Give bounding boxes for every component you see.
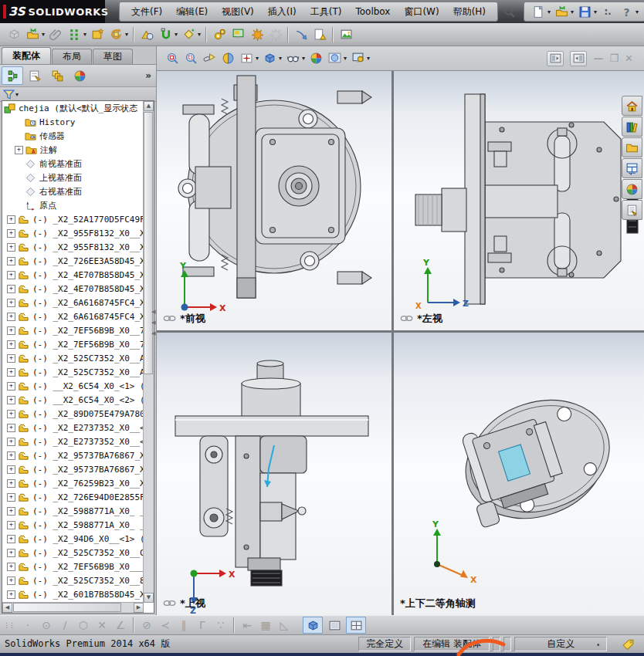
- tag-icon[interactable]: [622, 637, 635, 651]
- tree-item-前视基准面[interactable]: 前视基准面: [2, 157, 144, 171]
- display-style-button[interactable]: [260, 49, 279, 68]
- tree-component-10[interactable]: +(-) _X2_525C7352_X0__A.: [2, 351, 144, 365]
- menu-工具(T)[interactable]: 工具(T): [303, 4, 349, 20]
- tree-component-27[interactable]: +(-) _X2_601B7B858D45_X0: [2, 587, 144, 601]
- tree-component-24[interactable]: +(-) _X2_525C7352_X0__C.: [2, 546, 144, 560]
- tree-component-5[interactable]: +(-) _X2_4E707B858D45_X0: [2, 282, 144, 296]
- tree-item-传感器[interactable]: 传感器: [2, 129, 144, 143]
- filter-funnel-icon[interactable]: [2, 88, 15, 101]
- options-button[interactable]: :.: [598, 2, 617, 21]
- expand-toggle[interactable]: +: [7, 549, 15, 557]
- scroll-left-button[interactable]: ◀: [2, 603, 12, 613]
- dropdown-arrow[interactable]: ▾: [302, 55, 305, 62]
- interference-detection-button[interactable]: [292, 25, 310, 44]
- dropdown-arrow[interactable]: ▾: [83, 31, 86, 38]
- open-file-button[interactable]: [552, 2, 571, 21]
- expand-toggle[interactable]: +: [7, 271, 15, 279]
- menu-视图(V)[interactable]: 视图(V): [215, 4, 261, 20]
- dropdown-arrow[interactable]: ▾: [256, 55, 259, 62]
- next-pane-button[interactable]: [570, 51, 587, 66]
- assembly-features-button[interactable]: [229, 25, 247, 44]
- tree-component-25[interactable]: +(-) _X2_7EF56B9B_X0___x: [2, 560, 144, 573]
- expand-toggle[interactable]: +: [7, 229, 15, 238]
- menu-Toolbox[interactable]: Toolbox: [348, 5, 397, 19]
- four-view-button[interactable]: [346, 617, 366, 634]
- viewport-left[interactable]: Y Z X *左视: [394, 71, 644, 330]
- tree-item-右视基准面[interactable]: 右视基准面: [2, 184, 144, 198]
- tree-component-4[interactable]: +(-) _X2_4E707B858D45_X0: [2, 268, 144, 282]
- expand-toggle[interactable]: +: [7, 465, 15, 474]
- tree-item-原点[interactable]: 原点: [2, 198, 144, 212]
- assemblyxpert-button[interactable]: [310, 25, 329, 44]
- viewport-top[interactable]: X Z *上视: [157, 333, 391, 615]
- viewport-front[interactable]: Y X *前视: [157, 71, 391, 330]
- feature-manager-tab[interactable]: [2, 66, 23, 85]
- viewport-isometric[interactable]: Y X *上下二等角轴测: [394, 333, 644, 615]
- component-preview-button[interactable]: [88, 25, 107, 44]
- scroll-right-button[interactable]: ▶: [134, 603, 144, 613]
- expand-toggle[interactable]: +: [7, 590, 15, 599]
- tree-component-2[interactable]: +(-) _X2_955F8132_X0__X2: [2, 240, 144, 254]
- dropdown-arrow[interactable]: ▾: [547, 8, 551, 15]
- home-tab[interactable]: [622, 96, 642, 116]
- expand-toggle[interactable]: +: [7, 382, 15, 391]
- move-component-button[interactable]: [65, 25, 83, 44]
- appearances-scenes-tab[interactable]: [622, 179, 642, 199]
- tree-item-History[interactable]: History: [2, 115, 144, 129]
- expand-toggle[interactable]: +: [7, 479, 15, 488]
- magnified-selection-button[interactable]: [200, 49, 219, 68]
- menu-插入(I)[interactable]: 插入(I): [261, 4, 303, 20]
- tree-component-21[interactable]: +(-) _X2_5988771A_X0_ _0: [2, 504, 144, 518]
- tree-component-17[interactable]: +(-) _X2_95737BA76867_X0: [2, 448, 144, 462]
- status-dropdown-arrow[interactable]: ▴: [596, 641, 600, 648]
- toolbar-grip[interactable]: ⋮⋮: [3, 621, 14, 629]
- tree-horizontal-scrollbar[interactable]: ◀ ▶: [2, 602, 144, 613]
- tree-item-注解[interactable]: +A注解: [2, 143, 144, 157]
- tree-component-3[interactable]: +(-) _X2_726EE3A58D45_X0: [2, 254, 144, 268]
- smart-fasteners-button[interactable]: [179, 25, 198, 44]
- dropdown-arrow[interactable]: ▾: [594, 8, 597, 15]
- view-settings-button[interactable]: [348, 49, 367, 68]
- zoom-to-area-button[interactable]: [181, 49, 200, 68]
- tree-component-8[interactable]: +(-) _X2_7EF56B9B_X0__70: [2, 323, 144, 337]
- scroll-up-button[interactable]: ▲: [144, 101, 154, 111]
- single-view-button[interactable]: [324, 617, 344, 634]
- panel-more-chevron[interactable]: »: [145, 70, 151, 81]
- view-palette-tab[interactable]: [622, 158, 642, 178]
- menu-编辑(E)[interactable]: 编辑(E): [169, 4, 215, 20]
- help-button[interactable]: ?: [617, 2, 636, 21]
- expand-toggle[interactable]: +: [7, 410, 15, 418]
- tab-布局[interactable]: 布局: [52, 49, 92, 64]
- expand-toggle[interactable]: +: [7, 535, 15, 543]
- tree-root[interactable]: chejia (默认<默认_显示状态: [2, 101, 144, 115]
- scroll-down-button[interactable]: ▼: [144, 593, 154, 603]
- expand-toggle[interactable]: +: [7, 424, 15, 432]
- dropdown-arrow[interactable]: ▾: [175, 31, 178, 38]
- display-manager-tab[interactable]: [69, 66, 90, 85]
- dropdown-arrow[interactable]: ▾: [42, 31, 45, 38]
- expand-toggle[interactable]: +: [7, 299, 15, 307]
- tree-component-11[interactable]: +(-) _X2_525C7352_X0__A.: [2, 365, 144, 379]
- menu-窗口(W)[interactable]: 窗口(W): [397, 4, 446, 20]
- dropdown-arrow[interactable]: ▾: [125, 31, 128, 38]
- expand-toggle[interactable]: +: [15, 146, 23, 154]
- exploded-view-button[interactable]: [247, 25, 266, 44]
- change-transparency-button[interactable]: [137, 25, 156, 44]
- doc-restore-button[interactable]: ❐: [609, 52, 619, 64]
- expand-toggle[interactable]: +: [7, 563, 15, 571]
- dropdown-arrow[interactable]: ▾: [636, 8, 639, 15]
- section-view-button[interactable]: [219, 49, 237, 68]
- dropdown-arrow[interactable]: ▾: [198, 31, 201, 38]
- file-explorer-tab[interactable]: [622, 137, 642, 157]
- filter-dropdown-arrow[interactable]: ▾: [15, 91, 19, 98]
- property-manager-tab[interactable]: [24, 66, 46, 85]
- dropdown-arrow[interactable]: ▾: [344, 55, 347, 62]
- expand-toggle[interactable]: +: [7, 451, 15, 460]
- zoom-to-fit-button[interactable]: [163, 49, 181, 68]
- expand-toggle[interactable]: +: [7, 326, 15, 335]
- edit-appearance-button[interactable]: [307, 49, 325, 68]
- view-orientation-button[interactable]: [237, 49, 256, 68]
- tree-component-18[interactable]: +(-) _X2_95737BA76867_X0: [2, 462, 144, 476]
- tree-component-6[interactable]: +(-) _X2_6A6168745FC4_X0: [2, 296, 144, 309]
- expand-toggle[interactable]: +: [7, 507, 15, 516]
